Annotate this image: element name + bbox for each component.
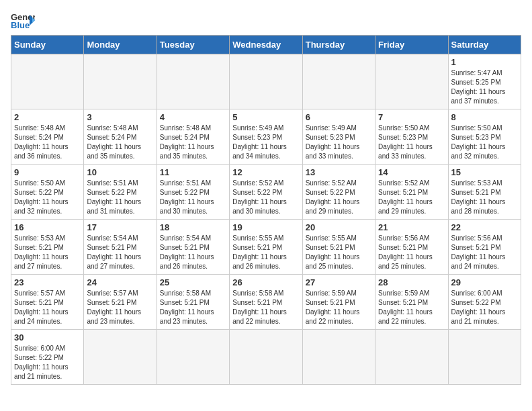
day-info: Sunrise: 5:55 AMSunset: 5:21 PMDaylight:… bbox=[306, 234, 372, 271]
day-number: 15 bbox=[451, 167, 518, 177]
day-number: 7 bbox=[378, 112, 445, 122]
calendar-cell-empty-3 bbox=[230, 54, 302, 109]
day-number: 30 bbox=[14, 332, 81, 342]
day-number: 10 bbox=[87, 167, 153, 177]
logo: General Blue bbox=[11, 11, 35, 30]
weekday-header-thursday: Thursday bbox=[302, 36, 375, 54]
weekday-header-row: SundayMondayTuesdayWednesdayThursdayFrid… bbox=[11, 36, 521, 54]
day-info: Sunrise: 5:52 AMSunset: 5:22 PMDaylight:… bbox=[232, 179, 299, 216]
calendar-row-4: 23Sunrise: 5:57 AMSunset: 5:21 PMDayligh… bbox=[11, 275, 521, 330]
day-number: 12 bbox=[232, 167, 299, 177]
day-info: Sunrise: 5:50 AMSunset: 5:23 PMDaylight:… bbox=[451, 124, 518, 161]
day-info: Sunrise: 5:53 AMSunset: 5:21 PMDaylight:… bbox=[14, 234, 81, 271]
day-info: Sunrise: 5:50 AMSunset: 5:22 PMDaylight:… bbox=[14, 179, 81, 216]
weekday-header-sunday: Sunday bbox=[11, 36, 84, 54]
weekday-header-tuesday: Tuesday bbox=[157, 36, 229, 54]
calendar-cell-21: 21Sunrise: 5:56 AMSunset: 5:21 PMDayligh… bbox=[375, 220, 448, 275]
calendar-cell-empty-0 bbox=[11, 54, 84, 109]
day-number: 8 bbox=[451, 112, 518, 122]
day-number: 13 bbox=[306, 167, 372, 177]
day-info: Sunrise: 5:49 AMSunset: 5:23 PMDaylight:… bbox=[306, 124, 372, 161]
day-number: 24 bbox=[87, 277, 153, 287]
day-number: 2 bbox=[14, 112, 81, 122]
calendar-cell-empty-5 bbox=[375, 54, 448, 109]
day-number: 5 bbox=[232, 112, 299, 122]
day-number: 26 bbox=[232, 277, 299, 287]
day-info: Sunrise: 5:56 AMSunset: 5:21 PMDaylight:… bbox=[451, 234, 518, 271]
calendar-cell-16: 16Sunrise: 5:53 AMSunset: 5:21 PMDayligh… bbox=[11, 220, 84, 275]
calendar-cell-24: 24Sunrise: 5:57 AMSunset: 5:21 PMDayligh… bbox=[84, 275, 157, 330]
day-number: 9 bbox=[14, 167, 81, 177]
calendar-cell-4: 4Sunrise: 5:48 AMSunset: 5:24 PMDaylight… bbox=[157, 109, 229, 165]
day-info: Sunrise: 5:52 AMSunset: 5:21 PMDaylight:… bbox=[378, 179, 445, 216]
calendar-cell-18: 18Sunrise: 5:54 AMSunset: 5:21 PMDayligh… bbox=[157, 220, 229, 275]
calendar-row-3: 16Sunrise: 5:53 AMSunset: 5:21 PMDayligh… bbox=[11, 220, 521, 275]
day-number: 11 bbox=[160, 167, 226, 177]
day-number: 22 bbox=[451, 222, 518, 232]
logo-icon: General Blue bbox=[11, 11, 35, 30]
calendar-cell-7: 7Sunrise: 5:50 AMSunset: 5:23 PMDaylight… bbox=[375, 109, 448, 165]
day-info: Sunrise: 5:50 AMSunset: 5:23 PMDaylight:… bbox=[378, 124, 445, 161]
calendar-cell-empty-39 bbox=[302, 330, 375, 385]
day-info: Sunrise: 5:57 AMSunset: 5:21 PMDaylight:… bbox=[14, 289, 81, 326]
day-info: Sunrise: 5:49 AMSunset: 5:23 PMDaylight:… bbox=[232, 124, 299, 161]
calendar-cell-14: 14Sunrise: 5:52 AMSunset: 5:21 PMDayligh… bbox=[375, 165, 448, 220]
day-number: 16 bbox=[14, 222, 81, 232]
day-number: 23 bbox=[14, 277, 81, 287]
day-number: 4 bbox=[160, 112, 226, 122]
day-info: Sunrise: 5:47 AMSunset: 5:25 PMDaylight:… bbox=[451, 68, 518, 106]
day-info: Sunrise: 5:51 AMSunset: 5:22 PMDaylight:… bbox=[160, 179, 226, 216]
day-number: 19 bbox=[232, 222, 299, 232]
day-info: Sunrise: 5:57 AMSunset: 5:21 PMDaylight:… bbox=[87, 289, 153, 326]
day-number: 21 bbox=[378, 222, 445, 232]
calendar-cell-2: 2Sunrise: 5:48 AMSunset: 5:24 PMDaylight… bbox=[11, 109, 84, 165]
calendar-cell-26: 26Sunrise: 5:58 AMSunset: 5:21 PMDayligh… bbox=[230, 275, 302, 330]
calendar-row-2: 9Sunrise: 5:50 AMSunset: 5:22 PMDaylight… bbox=[11, 165, 521, 220]
calendar-cell-25: 25Sunrise: 5:58 AMSunset: 5:21 PMDayligh… bbox=[157, 275, 229, 330]
calendar-cell-empty-37 bbox=[157, 330, 229, 385]
day-info: Sunrise: 5:56 AMSunset: 5:21 PMDaylight:… bbox=[378, 234, 445, 271]
calendar-cell-empty-2 bbox=[157, 54, 229, 109]
svg-text:Blue: Blue bbox=[11, 20, 30, 30]
calendar-cell-10: 10Sunrise: 5:51 AMSunset: 5:22 PMDayligh… bbox=[84, 165, 157, 220]
day-info: Sunrise: 5:48 AMSunset: 5:24 PMDaylight:… bbox=[87, 124, 153, 161]
day-number: 1 bbox=[451, 57, 518, 67]
day-info: Sunrise: 5:59 AMSunset: 5:21 PMDaylight:… bbox=[378, 289, 445, 326]
calendar-cell-8: 8Sunrise: 5:50 AMSunset: 5:23 PMDaylight… bbox=[448, 109, 521, 165]
calendar-cell-empty-41 bbox=[448, 330, 521, 385]
calendar-cell-3: 3Sunrise: 5:48 AMSunset: 5:24 PMDaylight… bbox=[84, 109, 157, 165]
day-number: 25 bbox=[160, 277, 226, 287]
day-info: Sunrise: 5:53 AMSunset: 5:21 PMDaylight:… bbox=[451, 179, 518, 216]
calendar-cell-15: 15Sunrise: 5:53 AMSunset: 5:21 PMDayligh… bbox=[448, 165, 521, 220]
calendar-cell-22: 22Sunrise: 5:56 AMSunset: 5:21 PMDayligh… bbox=[448, 220, 521, 275]
day-number: 3 bbox=[87, 112, 153, 122]
header: General Blue bbox=[11, 11, 521, 30]
day-number: 17 bbox=[87, 222, 153, 232]
day-info: Sunrise: 5:52 AMSunset: 5:22 PMDaylight:… bbox=[306, 179, 372, 216]
day-info: Sunrise: 5:54 AMSunset: 5:21 PMDaylight:… bbox=[160, 234, 226, 271]
weekday-header-monday: Monday bbox=[84, 36, 157, 54]
day-info: Sunrise: 6:00 AMSunset: 5:22 PMDaylight:… bbox=[451, 289, 518, 326]
calendar: SundayMondayTuesdayWednesdayThursdayFrid… bbox=[11, 35, 521, 385]
calendar-row-5: 30Sunrise: 6:00 AMSunset: 5:22 PMDayligh… bbox=[11, 330, 521, 385]
calendar-cell-11: 11Sunrise: 5:51 AMSunset: 5:22 PMDayligh… bbox=[157, 165, 229, 220]
day-number: 27 bbox=[306, 277, 372, 287]
calendar-cell-27: 27Sunrise: 5:59 AMSunset: 5:21 PMDayligh… bbox=[302, 275, 375, 330]
day-info: Sunrise: 5:48 AMSunset: 5:24 PMDaylight:… bbox=[14, 124, 81, 161]
calendar-cell-9: 9Sunrise: 5:50 AMSunset: 5:22 PMDaylight… bbox=[11, 165, 84, 220]
weekday-header-friday: Friday bbox=[375, 36, 448, 54]
calendar-cell-empty-40 bbox=[375, 330, 448, 385]
day-info: Sunrise: 6:00 AMSunset: 5:22 PMDaylight:… bbox=[14, 344, 81, 381]
calendar-cell-empty-1 bbox=[84, 54, 157, 109]
calendar-row-0: 1Sunrise: 5:47 AMSunset: 5:25 PMDaylight… bbox=[11, 54, 521, 109]
calendar-cell-empty-4 bbox=[302, 54, 375, 109]
calendar-cell-30: 30Sunrise: 6:00 AMSunset: 5:22 PMDayligh… bbox=[11, 330, 84, 385]
calendar-cell-5: 5Sunrise: 5:49 AMSunset: 5:23 PMDaylight… bbox=[230, 109, 302, 165]
day-info: Sunrise: 5:54 AMSunset: 5:21 PMDaylight:… bbox=[87, 234, 153, 271]
day-number: 29 bbox=[451, 277, 518, 287]
weekday-header-wednesday: Wednesday bbox=[230, 36, 302, 54]
day-info: Sunrise: 5:55 AMSunset: 5:21 PMDaylight:… bbox=[232, 234, 299, 271]
calendar-cell-23: 23Sunrise: 5:57 AMSunset: 5:21 PMDayligh… bbox=[11, 275, 84, 330]
day-number: 18 bbox=[160, 222, 226, 232]
calendar-cell-17: 17Sunrise: 5:54 AMSunset: 5:21 PMDayligh… bbox=[84, 220, 157, 275]
